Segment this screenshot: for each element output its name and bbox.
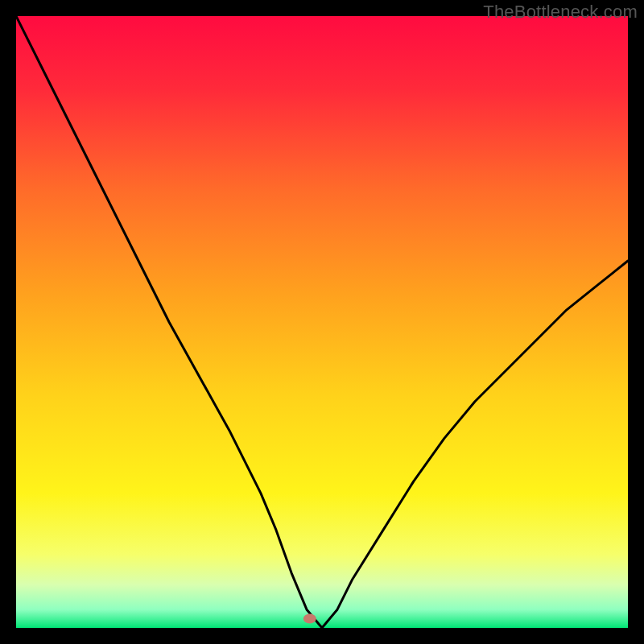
chart-svg xyxy=(16,16,628,628)
bottleneck-marker xyxy=(303,614,316,624)
plot-area xyxy=(16,16,628,628)
watermark-label: TheBottleneck.com xyxy=(483,2,638,23)
chart-frame: TheBottleneck.com xyxy=(0,0,644,644)
gradient-background xyxy=(16,16,628,628)
